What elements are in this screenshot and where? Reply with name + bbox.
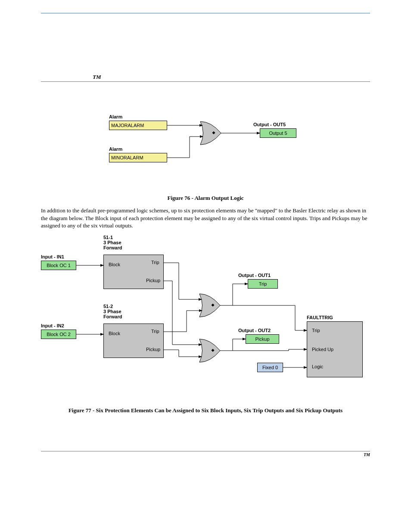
label-block1: 51-1 3 Phase Forward — [103, 235, 122, 250]
box-in1: Block OC 1 — [41, 261, 76, 270]
footer: TM — [41, 451, 370, 457]
pin-ft-pickedup: Picked Up — [312, 347, 333, 352]
svg-rect-2 — [211, 303, 214, 306]
label-alarm-minor: Alarm — [109, 146, 122, 152]
pin-block2-pickup: Pickup — [146, 347, 160, 352]
svg-rect-0 — [212, 131, 215, 134]
pin-block2-block: Block — [109, 331, 120, 336]
label-in1: Input - IN1 — [41, 254, 64, 259]
pin-block1-trip: Trip — [151, 260, 159, 265]
box-fixed0: Fixed 0 — [257, 363, 283, 372]
svg-rect-3 — [211, 348, 214, 352]
label-in2: Input - IN2 — [41, 323, 64, 328]
footer-tm: TM — [364, 452, 370, 457]
box-minoralarm: MINORALARM — [109, 153, 167, 162]
label-faulttrig: FAULTTRIG — [307, 315, 333, 320]
header-rule — [41, 13, 370, 13]
box-out1: Trip — [248, 279, 278, 289]
box-out2: Pickup — [246, 334, 279, 344]
caption-fig2: Figure 77 - Six Protection Elements Can … — [68, 407, 343, 414]
figure-alarm-logic: Alarm MAJORALARM Alarm MINORALARM Output… — [41, 113, 370, 190]
pin-ft-logic: Logic — [312, 364, 323, 369]
label-output5: Output - OUT5 — [253, 122, 286, 127]
label-block2: 51-2 3 Phase Forward — [103, 304, 122, 319]
box-in2: Block OC 2 — [41, 330, 76, 339]
paragraph-1: In addition to the default pre-programme… — [41, 207, 370, 230]
label-out2: Output - OUT2 — [238, 328, 271, 333]
box-majoralarm: MAJORALARM — [109, 121, 167, 130]
label-alarm-major: Alarm — [109, 114, 122, 119]
pin-block1-pickup: Pickup — [146, 278, 160, 283]
caption-fig1: Figure 76 - Alarm Output Logic — [41, 195, 370, 202]
box-output5: Output 5 — [260, 128, 296, 138]
pin-block1-block: Block — [109, 262, 120, 267]
figure-protection-mapping: Input - IN1 Block OC 1 Input - IN2 Block… — [41, 235, 370, 403]
label-out1: Output - OUT1 — [238, 273, 271, 278]
pin-ft-trip: Trip — [312, 328, 320, 333]
tm-header: TM — [93, 74, 370, 81]
pin-block2-trip: Trip — [151, 329, 159, 334]
